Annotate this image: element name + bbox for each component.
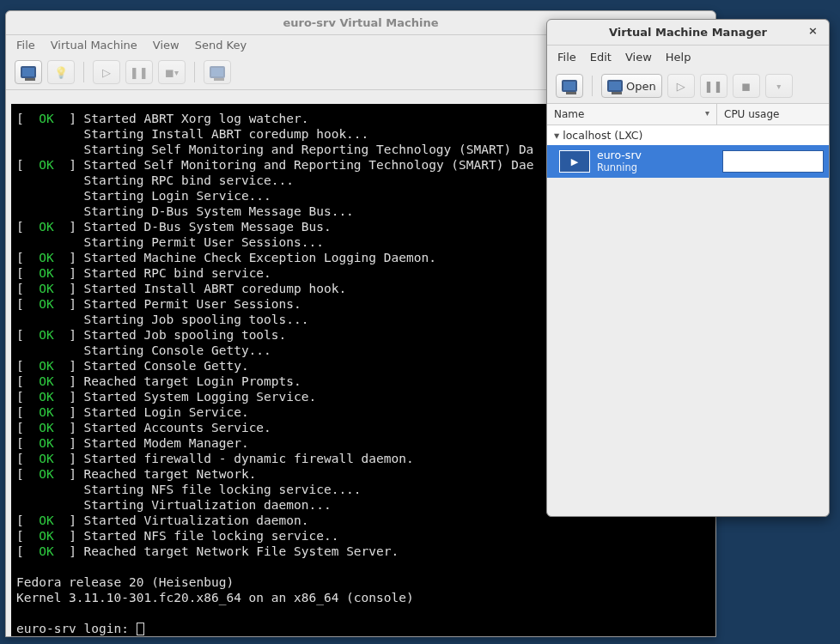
mgr-menu-view[interactable]: View	[625, 51, 652, 64]
lightbulb-button[interactable]: 💡	[47, 60, 75, 84]
run-button[interactable]: ▷	[93, 60, 120, 84]
mgr-toolbar-sep	[592, 76, 593, 96]
vm-running-icon: ▶	[559, 150, 590, 173]
manager-toolbar: Open ▷ ❚❚ ◼ ▾	[547, 69, 829, 104]
manager-title: Virtual Machine Manager	[609, 26, 767, 39]
column-name[interactable]: Name▾	[547, 104, 717, 125]
manager-columns: Name▾ CPU usage	[547, 104, 829, 125]
manager-vm-list: localhost (LXC) ▶ euro-srv Running	[547, 125, 829, 178]
column-cpu[interactable]: CPU usage	[717, 104, 829, 125]
monitor-icon	[607, 80, 623, 92]
open-label: Open	[626, 80, 656, 93]
mgr-shutdown-menu[interactable]: ▾	[765, 74, 793, 98]
menu-send-key[interactable]: Send Key	[195, 39, 247, 52]
mgr-run-button[interactable]: ▷	[667, 74, 695, 98]
menu-file[interactable]: File	[16, 39, 35, 52]
mgr-menu-edit[interactable]: Edit	[590, 51, 612, 64]
monitor-icon	[210, 66, 225, 78]
col-name-label: Name	[554, 108, 584, 120]
manager-titlebar: Virtual Machine Manager ×	[547, 20, 829, 46]
menu-view[interactable]: View	[153, 39, 180, 52]
new-vm-button[interactable]	[556, 74, 583, 98]
mgr-pause-button[interactable]: ❚❚	[700, 74, 727, 98]
fullscreen-button[interactable]	[204, 60, 231, 84]
mgr-shutdown-button[interactable]: ◼	[733, 74, 760, 98]
open-button[interactable]: Open	[601, 74, 662, 98]
vm-cpu-graph	[722, 150, 824, 173]
toolbar-separator	[83, 62, 84, 82]
vm-status: Running	[597, 161, 722, 174]
shutdown-button[interactable]: ◼ ▾	[158, 60, 186, 84]
menu-virtual-machine[interactable]: Virtual Machine	[51, 39, 137, 52]
mgr-menu-help[interactable]: Help	[666, 51, 691, 64]
close-icon[interactable]: ×	[808, 24, 822, 38]
toolbar-separator-2	[194, 62, 195, 82]
chevron-down-icon: ▾	[705, 108, 709, 120]
vm-text: euro-srv Running	[597, 149, 722, 174]
virt-manager-window: Virtual Machine Manager × File Edit View…	[546, 19, 830, 517]
host-row[interactable]: localhost (LXC)	[547, 125, 829, 145]
vm-name: euro-srv	[597, 149, 722, 161]
mgr-menu-file[interactable]: File	[557, 51, 576, 64]
monitor-icon	[562, 80, 577, 92]
console-details-button[interactable]	[15, 60, 42, 84]
monitor-icon	[21, 66, 36, 78]
vm-row[interactable]: ▶ euro-srv Running	[547, 145, 829, 178]
pause-button[interactable]: ❚❚	[125, 60, 153, 84]
manager-menubar: File Edit View Help	[547, 46, 829, 69]
